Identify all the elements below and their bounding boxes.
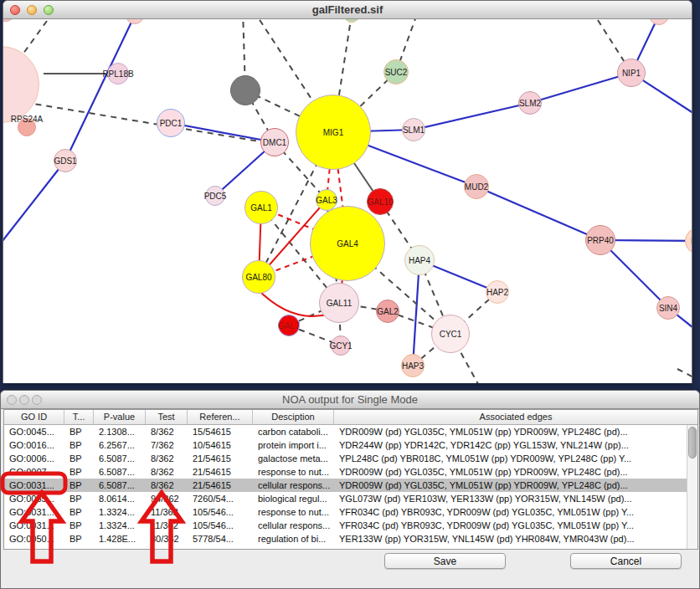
table-cell: 8/362 (146, 465, 188, 479)
table-cell: 1.3324... (94, 519, 146, 532)
column-header-p-value[interactable]: P-value (94, 410, 146, 424)
node-gcy1[interactable]: GCY1 (331, 335, 351, 356)
node-label: PDC1 (160, 119, 183, 128)
table-cell: GO:0065... (4, 492, 64, 505)
table-cell: YPL248C (pd) YBR018C, YML051W (pp) YDR00… (334, 452, 697, 465)
vertical-scrollbar[interactable] (687, 425, 697, 549)
table-cell: BP (64, 505, 94, 519)
save-button[interactable]: Save (384, 553, 506, 569)
node-sin4[interactable]: SIN4 (656, 296, 680, 320)
table-cell: 2.1308... (94, 425, 146, 438)
network-edge (530, 73, 631, 103)
node-mig1[interactable]: MIG1 (296, 95, 371, 170)
node-label: GAL10 (367, 197, 393, 207)
node-gal7[interactable]: GAL7 (278, 315, 300, 336)
node-label: SIN4 (659, 304, 677, 313)
table-cell: cellular respons... (253, 519, 334, 532)
network-edge (171, 123, 275, 142)
node-rps24a[interactable]: RPS24A (18, 118, 36, 136)
node-gds1[interactable]: GDS1 (54, 149, 77, 172)
node-gal11[interactable]: GAL11 (319, 283, 359, 323)
node-gal4[interactable]: GAL4 (310, 206, 385, 281)
table-row[interactable]: GO:0007...BP6.5087...8/36221/54615respon… (4, 465, 697, 479)
table-cell: 8/362 (146, 452, 188, 465)
cancel-button[interactable]: Cancel (570, 553, 682, 569)
table-row[interactable]: GO:0006...BP6.5087...8/36221/54615galact… (4, 452, 697, 465)
scrollbar-thumb[interactable] (688, 427, 697, 458)
network-edge (677, 369, 692, 382)
table-cell: YER133W (pp) YOR315W, YNL145W (pd) YHR08… (334, 532, 697, 545)
table-row[interactable]: GO:0031...BP1.3324...11/362105/546...res… (4, 505, 697, 519)
node-dmc1[interactable]: DMC1 (260, 128, 289, 156)
table-cell: YGL073W (pd) YER103W, YER133W (pp) YOR31… (334, 492, 697, 505)
table-cell: galactose meta... (253, 452, 334, 465)
node-gal80[interactable]: GAL80 (242, 260, 275, 294)
network-window-titlebar[interactable]: galFiltered.sif (3, 1, 692, 19)
table-cell: response to nut... (253, 465, 334, 479)
node-pdc5[interactable]: PDC5 (205, 186, 225, 206)
table-cell: YFR034C (pd) YBR093C, YDR009W (pd) YGL03… (334, 519, 697, 532)
node-unlabeled[interactable] (230, 75, 260, 105)
node-hap2[interactable]: HAP2 (486, 280, 509, 304)
node-label: SUC2 (385, 68, 408, 77)
node-label: MUD2 (465, 182, 488, 192)
table-cell: GO:0007... (4, 465, 64, 479)
table-cell: BP (64, 479, 94, 492)
node-slm2[interactable]: SLM2 (518, 91, 542, 115)
node-label: SLM1 (403, 125, 425, 135)
table-row[interactable]: GO:0031...BP6.5087...8/36221/54615cellul… (4, 479, 697, 492)
table-row[interactable]: GO:0050...BP1.428E...80/3625778/54...reg… (4, 532, 697, 545)
network-window-title: galFiltered.sif (3, 3, 692, 16)
column-header-associated-edges[interactable]: Associated edges (334, 410, 697, 424)
node-cyc1[interactable]: CYC1 (431, 315, 470, 353)
network-edge (414, 103, 530, 130)
column-header-t[interactable]: T... (64, 410, 94, 424)
table-row[interactable]: GO:0016...BP6.2567...7/36210/54615protei… (4, 438, 697, 452)
noa-window-titlebar[interactable]: NOA output for Single Mode (1, 391, 699, 409)
column-header-test[interactable]: Test (146, 410, 188, 424)
table-cell: BP (64, 492, 94, 505)
table-cell: 1.428E... (94, 532, 146, 545)
node-slm1[interactable]: SLM1 (402, 118, 425, 141)
table-cell: regulation of bi... (253, 532, 334, 545)
node-label: HAP2 (486, 288, 508, 297)
column-header-desciption[interactable]: Desciption (253, 410, 334, 424)
table-row[interactable]: GO:0031...BP1.3324...11/362105/546...cel… (4, 519, 697, 532)
table-cell: BP (64, 438, 94, 452)
network-edge (3, 161, 65, 245)
node-gal10[interactable]: GAL10 (367, 188, 394, 215)
table-cell: carbon cataboli... (253, 425, 334, 438)
node-label: SLM2 (519, 99, 541, 108)
node-nip1[interactable]: NIP1 (617, 59, 646, 87)
node-hap3[interactable]: HAP3 (401, 354, 425, 377)
node-label: HAP4 (409, 256, 430, 265)
table-cell: 10/54615 (188, 438, 253, 452)
node-prp40[interactable]: PRP40 (585, 225, 615, 255)
node-pdc1[interactable]: PDC1 (157, 109, 185, 137)
table-row[interactable]: GO:0045...BP2.1308...8/36215/54615carbon… (4, 425, 697, 438)
table-body: GO:0045...BP2.1308...8/36215/54615carbon… (4, 425, 697, 545)
node-mud2[interactable]: MUD2 (464, 174, 489, 199)
node-label: GAL4 (337, 239, 358, 248)
node-label: CYC1 (440, 330, 462, 339)
table-cell: 80/362 (146, 532, 188, 545)
table-cell: 15/54615 (188, 425, 253, 438)
table-cell: BP (64, 452, 94, 465)
table-cell: GO:0045... (4, 425, 64, 438)
column-header-go-id[interactable]: GO ID (4, 410, 64, 424)
node-hap4[interactable]: HAP4 (404, 245, 435, 275)
node-rpl18b[interactable]: RPL18B (107, 63, 129, 85)
table-cell: 6.5087... (94, 479, 146, 492)
network-edge (65, 19, 135, 161)
node-gal2[interactable]: GAL2 (376, 300, 399, 323)
column-header-referen[interactable]: Referen... (188, 410, 253, 424)
table-cell: BP (64, 465, 94, 479)
table-row[interactable]: GO:0065...BP8.0614...94/3627260/54...bio… (4, 492, 697, 505)
node-label: MIG1 (323, 128, 343, 137)
table-cell: 105/546... (188, 505, 253, 519)
table-cell: 11/362 (146, 505, 188, 519)
table-cell: GO:0050... (4, 532, 64, 545)
network-canvas[interactable]: RPL18BRPS24AGDS1PDC1DMC1MIG1SUC2SLM1SLM2… (3, 19, 692, 383)
node-suc2[interactable]: SUC2 (383, 59, 409, 85)
node-gal1[interactable]: GAL1 (244, 191, 278, 224)
